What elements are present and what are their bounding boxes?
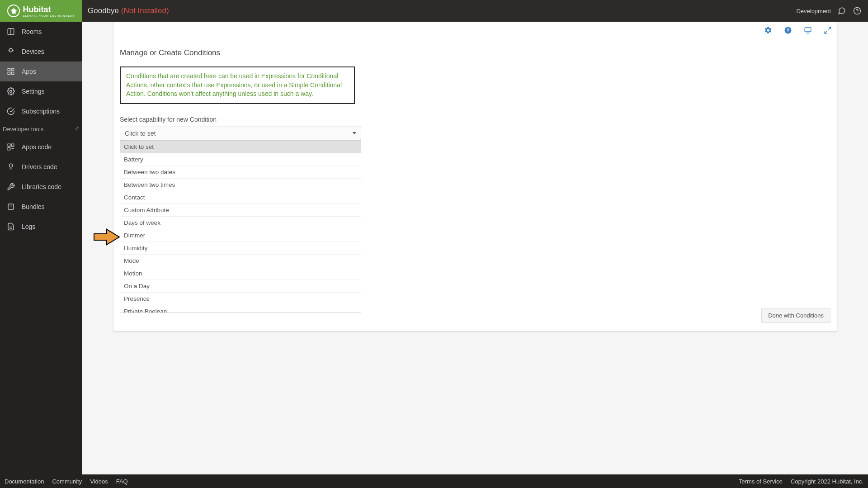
sidebar-item-label: Devices [22,48,44,55]
check-icon [6,107,15,116]
apps-code-icon [6,142,15,152]
gear-icon[interactable] [764,26,773,35]
help-icon[interactable]: ? [783,26,793,35]
sidebar-item-subscriptions[interactable]: Subscriptions [0,101,82,121]
footer-link-videos[interactable]: Videos [90,478,108,485]
footer-link-terms[interactable]: Terms of Service [739,478,783,485]
dropdown-option[interactable]: Mode [120,255,361,267]
sidebar-item-libraries-code[interactable]: Libraries code [0,177,82,197]
dropdown-option[interactable]: Between two times [120,179,361,191]
sidebar-item-label: Logs [22,223,35,230]
section-title: Manage or Create Conditions [120,48,830,57]
svg-rect-8 [8,68,10,71]
sidebar-item-logs[interactable]: Logs [0,217,82,237]
dropdown-option[interactable]: Days of week [120,217,361,229]
main-content: ? Manage or Create Conditions Conditions… [82,22,868,474]
dropdown-option[interactable]: On a Day [120,280,361,293]
sidebar-item-label: Rooms [22,28,42,35]
dropdown-menu: Click to set Battery Between two dates B… [120,140,361,313]
card: ? Manage or Create Conditions Conditions… [113,22,837,332]
svg-marker-29 [94,229,119,245]
header-right: Development [796,6,862,15]
drivers-code-icon [6,162,15,171]
dev-label: Development [796,8,831,14]
copyright: Copyright 2022 Hubitat, Inc. [791,478,863,485]
sidebar-item-label: Bundles [22,203,45,210]
select-value: Click to set [125,130,156,137]
svg-text:?: ? [787,28,789,33]
sidebar-item-drivers-code[interactable]: Drivers code [0,157,82,177]
dev-tools-header[interactable]: Developer tools [0,121,82,137]
caret-down-icon [353,132,356,134]
sidebar-item-label: Libraries code [22,183,61,190]
svg-rect-10 [8,72,10,75]
info-box: Conditions that are created here can be … [120,66,355,104]
dropdown-option[interactable]: Motion [120,267,361,280]
svg-rect-25 [805,28,811,32]
dropdown-option[interactable]: Humidity [120,242,361,255]
svg-rect-15 [8,148,10,150]
dropdown-option[interactable]: Contact [120,191,361,204]
sidebar-item-apps-code[interactable]: Apps code [0,137,82,157]
sidebar-item-label: Subscriptions [22,108,60,115]
bundle-icon [6,202,15,211]
gear-icon [6,87,15,96]
sidebar-item-label: Drivers code [22,163,57,171]
logo-icon [7,5,20,17]
footer: Documentation Community Videos FAQ Terms… [0,474,868,488]
sidebar: Rooms Devices Apps Settings Subscription… [0,22,82,474]
dropdown-option[interactable]: Between two dates [120,166,361,179]
tools-icon [6,182,15,191]
svg-rect-11 [12,72,14,75]
logo-tagline: ELEVATE YOUR ENVIRONMENT [23,14,75,17]
sidebar-item-apps[interactable]: Apps [0,62,82,81]
help-icon[interactable] [853,6,862,15]
sidebar-item-label: Settings [22,88,45,95]
svg-rect-19 [8,204,14,209]
apps-icon [6,67,15,76]
svg-rect-13 [8,144,10,146]
expand-icon[interactable] [823,26,832,35]
sidebar-item-settings[interactable]: Settings [0,81,82,101]
dropdown-option[interactable]: Presence [120,293,361,305]
dropdown-option[interactable]: Click to set [120,141,361,153]
sidebar-item-label: Apps [22,68,36,75]
svg-rect-14 [12,144,14,146]
svg-point-4 [9,48,13,52]
rooms-icon [6,27,15,36]
sidebar-item-bundles[interactable]: Bundles [0,197,82,217]
footer-link-faq[interactable]: FAQ [116,478,128,485]
sidebar-item-label: Apps code [22,143,52,151]
logo[interactable]: Hubitat ELEVATE YOUR ENVIRONMENT [0,0,82,22]
card-actions: ? [764,26,832,35]
dropdown-option[interactable]: Battery [120,153,361,166]
svg-line-28 [825,31,827,33]
status-badge: (Not Installed) [121,6,169,15]
logo-text: Hubitat [23,5,75,14]
chat-icon[interactable] [837,6,846,15]
dropdown-option[interactable]: Private Boolean [120,305,361,313]
dropdown-option[interactable]: Custom Attribute [120,204,361,217]
select-label: Select capability for new Condition [120,116,830,123]
bulb-icon [6,47,15,56]
monitor-icon[interactable] [803,26,812,35]
footer-link-community[interactable]: Community [52,478,82,485]
collapse-icon[interactable] [74,126,80,133]
sidebar-item-devices[interactable]: Devices [0,42,82,62]
svg-point-17 [9,164,13,167]
svg-line-27 [829,27,831,29]
svg-rect-9 [12,68,14,71]
dropdown-option[interactable]: Dimmer [120,229,361,242]
footer-link-documentation[interactable]: Documentation [5,478,44,485]
done-button[interactable]: Done with Conditions [761,308,830,323]
header: Hubitat ELEVATE YOUR ENVIRONMENT Goodbye… [0,0,868,22]
svg-point-12 [10,90,12,93]
logs-icon [6,222,15,231]
sidebar-item-rooms[interactable]: Rooms [0,22,82,42]
capability-select[interactable]: Click to set [120,127,361,140]
page-title: Goodbye (Not Installed) [88,6,169,15]
arrow-annotation [93,228,120,246]
